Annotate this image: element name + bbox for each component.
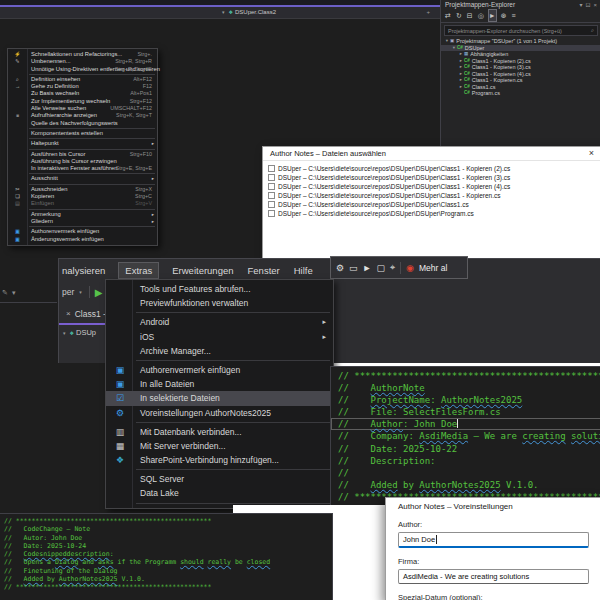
menu-item-mit-datenbank-verbinden[interactable]: ▥Mit Datenbank verbinden... (106, 425, 333, 439)
menu-item-in-selektierte-dateien[interactable]: ☑In selektierte Dateien (106, 391, 333, 405)
file-list-item[interactable]: DSUper – C:\Users\diete\source\repos\DSU… (268, 209, 596, 218)
menu-item-schnellaktionen-und-refactorings[interactable]: ⚡Schnellaktionen und Refactorings...Strg… (8, 51, 157, 58)
menu-item-ausführen-bis-cursor[interactable]: Ausführen bis CursorStrg+F10 (8, 151, 157, 158)
code-editor-bottom[interactable]: // *************************************… (0, 513, 333, 600)
menu-item-unnötige-using-direktiven-entfernen[interactable]: Unnötige Using-Direktiven entfernen und … (8, 66, 157, 73)
divider (400, 262, 401, 274)
class-icon: ❖ (229, 9, 233, 15)
capture-more-label[interactable]: Mehr al (419, 263, 447, 273)
close-icon[interactable]: × (66, 309, 71, 318)
menu-item-kopieren[interactable]: ❏KopierenStrg+C (8, 193, 157, 200)
target-icon[interactable]: ⌖ (390, 262, 395, 273)
menubar-item-erweiterungen[interactable]: Erweiterungen (172, 265, 233, 276)
firma-field[interactable]: AsdiMedia - We are creating solutions (398, 569, 589, 584)
properties-icon[interactable]: ⊛ (501, 10, 507, 21)
record-icon[interactable]: ◉ (406, 263, 414, 273)
tree-item-label: Program.cs (472, 90, 500, 97)
checkbox[interactable] (268, 183, 275, 190)
menu-item-sql-server[interactable]: SQL Server (106, 472, 333, 486)
tree-item-program-cs[interactable]: C#Program.cs (441, 90, 600, 97)
csharp-file-icon: C# (464, 90, 470, 97)
menubar-item-nalysieren[interactable]: nalysieren (62, 265, 105, 276)
author-field[interactable]: John Doe (398, 532, 589, 548)
code-editor-right[interactable]: // *************************************… (330, 366, 600, 510)
menu-item-gliedern[interactable]: Gliedern▸ (8, 218, 157, 225)
menu-item-authorenvermerk-einfügen[interactable]: ▣Authorenvermerk einfügen (106, 363, 333, 377)
menu-item-mit-server-verbinden[interactable]: ▦Mit Server verbinden... (106, 439, 333, 453)
menu-item-data-lake[interactable]: Data Lake (106, 486, 333, 500)
menu-item-quelle-des-nachverfolgungswerts[interactable]: Quelle des Nachverfolgungswerts (8, 120, 157, 127)
file-path-label: DSUper – C:\Users\diete\source\repos\DSU… (278, 174, 510, 181)
file-list-item[interactable]: DSUper – C:\Users\diete\source\repos\DSU… (268, 182, 596, 191)
menu-item-umbenennen[interactable]: ✎Umbenennen...Strg+R, Strg+R (8, 58, 157, 65)
file-list-item[interactable]: DSUper – C:\Users\diete\source\repos\DSU… (268, 164, 596, 173)
breadcrumb[interactable]: ▾❖DSUper.Class2 (222, 7, 276, 18)
chevron-down-icon[interactable]: ▾ (12, 289, 20, 296)
pin-icon[interactable]: ⊡ (585, 2, 590, 8)
menu-item-zur-implementierung-wechseln[interactable]: Zur Implementierung wechselnStrg+F12 (8, 98, 157, 105)
checkbox[interactable] (268, 165, 275, 172)
track-active-item-icon[interactable]: ► (489, 10, 496, 21)
menu-item-anmerkung[interactable]: Anmerkung▸ (8, 211, 157, 218)
menu-item-android[interactable]: Android▸ (106, 315, 333, 329)
scope-icon[interactable]: ◎ (478, 10, 484, 21)
preview-code-icon[interactable]: ≡ (512, 10, 516, 21)
startup-project-label[interactable]: per (62, 287, 74, 297)
refresh-icon[interactable]: ↻ (456, 10, 462, 21)
front-breadcrumb[interactable]: ▾❖DSUp (59, 327, 96, 339)
menu-item-einfügen[interactable]: ▤EinfügenStrg+V (8, 200, 157, 207)
close-icon[interactable]: × (593, 2, 597, 8)
file-list-item[interactable]: DSUper – C:\Users\diete\source\repos\DSU… (268, 191, 596, 200)
menubar-item-hilfe[interactable]: Hilfe (294, 265, 313, 276)
sync-documents-icon[interactable]: ⇄ (445, 10, 451, 21)
menu-item-in-alle-dateien[interactable]: ▣In alle Dateien (106, 377, 333, 391)
checkbox[interactable] (268, 201, 275, 208)
menu-item-ios[interactable]: iOS▸ (106, 330, 333, 344)
menu-item-aufrufhierarchie-anzeigen[interactable]: ≡Aufrufhierarchie anzeigenStrg+K, Strg+T (8, 112, 157, 119)
collapse-all-icon[interactable]: ⊟ (467, 10, 473, 21)
menu-item-label: Ausschnitt (31, 175, 58, 181)
pencil-icon[interactable]: ✎ (2, 289, 12, 296)
panel-menu-icon[interactable]: ▾ (579, 2, 582, 8)
menu-item-definition-einsehen[interactable]: ⌕Definition einsehenAlt+F12 (8, 76, 157, 83)
checkbox[interactable] (268, 174, 275, 181)
menubar-item-extras[interactable]: Extras (119, 263, 158, 278)
close-icon[interactable]: × (589, 149, 594, 158)
shortcut-label: Strg+X (135, 186, 152, 193)
shortcut-label: UMSCHALT+F12 (110, 105, 152, 112)
run-button[interactable]: ▶ (95, 287, 103, 298)
menu-item-änderungsvermerk-einfügen[interactable]: ▣Änderungsvermerk einfügen (8, 236, 157, 243)
region-icon[interactable]: ▢ (377, 263, 386, 273)
menu-item-label: Android (140, 317, 169, 327)
solution-explorer-search[interactable]: Projektmappen-Explorer durchsuchen (Strg… (444, 25, 598, 36)
lightbulb-icon: ⚡ (10, 51, 25, 58)
menu-item-sharepoint-verbindung-hinzufügen[interactable]: ❖SharePoint-Verbindung hinzufügen... (106, 453, 333, 467)
menu-item-haltepunkt[interactable]: Haltepunkt▸ (8, 140, 157, 147)
pointer-icon[interactable]: ► (363, 263, 372, 273)
display-grid-icon[interactable]: ⚙ (336, 263, 344, 273)
menu-item-authorenvermerk-einfügen[interactable]: ▣Authorenvermerk einfügen (8, 228, 157, 235)
menu-item-in-interaktivem-fenster-ausführen[interactable]: In interaktivem Fenster ausführenStrg+E,… (8, 165, 157, 172)
chevron-down-icon[interactable]: ▾ (79, 289, 82, 295)
menu-item-komponententests-erstellen[interactable]: Komponententests erstellen (8, 130, 157, 137)
menu-item-alle-verweise-suchen[interactable]: Alle Verweise suchenUMSCHALT+F12 (8, 105, 157, 112)
menu-item-zu-basis-wechseln[interactable]: Zu Basis wechselnAlt+Pos1 (8, 90, 157, 97)
menu-item-previewfunktionen-verwalten[interactable]: Previewfunktionen verwalten (106, 296, 333, 310)
menu-item-voreinstellungen-authornotes2025[interactable]: ⚙Voreinstellungen AuthorNotes2025 (106, 406, 333, 420)
window-icon[interactable]: ▭ (349, 263, 358, 273)
add-icon[interactable]: + (426, 7, 430, 18)
menu-item-ausschneiden[interactable]: ✂AusschneidenStrg+X (8, 186, 157, 193)
file-list-item[interactable]: DSUper – C:\Users\diete\source\repos\DSU… (268, 173, 596, 182)
checkbox[interactable] (268, 210, 275, 217)
menu-separator (29, 226, 155, 227)
menu-item-label: Definition einsehen (31, 76, 80, 82)
file-list-item[interactable]: DSUper – C:\Users\diete\source\repos\DSU… (268, 200, 596, 209)
menu-item-archive-manager[interactable]: Archive Manager... (106, 344, 333, 358)
menu-item-ausführung-bis-cursor-erzwingen[interactable]: Ausführung bis Cursor erzwingen (8, 158, 157, 165)
menubar-item-fenster[interactable]: Fenster (248, 265, 280, 276)
checkbox[interactable] (268, 192, 275, 199)
menu-item-ausschnitt[interactable]: Ausschnitt▸ (8, 175, 157, 182)
menu-item-gehe-zu-definition[interactable]: →Gehe zu DefinitionF12 (8, 83, 157, 90)
menu-item-tools-und-features-abrufen[interactable]: Tools und Features abrufen... (106, 282, 333, 296)
code-line: // *************************************… (0, 517, 332, 525)
